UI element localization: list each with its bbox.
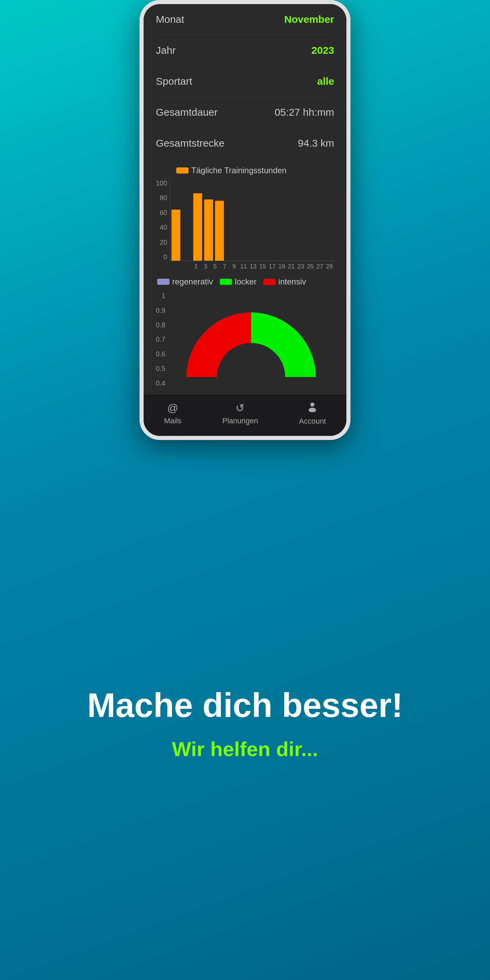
donut-chart-area [168, 292, 334, 387]
jahr-value: 2023 [311, 45, 334, 56]
donut-legend-color [263, 279, 275, 285]
sub-headline: Wir helfen dir... [172, 737, 318, 761]
x-axis-label: 5 [210, 261, 220, 270]
donut-legend-label: intensiv [278, 277, 306, 286]
sportart-label: Sportart [156, 76, 192, 87]
gesamtstrecke-label: Gesamtstrecke [156, 137, 224, 149]
x-axis-label: 17 [267, 261, 277, 270]
donut-svg [176, 295, 326, 384]
x-axis-label: 19 [277, 261, 286, 270]
gesamtdauer-row[interactable]: Gesamtdauer 05:27 hh:mm [156, 97, 334, 128]
x-axis-label: 11 [239, 261, 248, 270]
nav-item-planungen[interactable]: ↺ Planungen [222, 401, 258, 425]
jahr-row[interactable]: Jahr 2023 [156, 35, 334, 66]
gesamtstrecke-value: 94.3 km [298, 137, 334, 149]
x-axis-label: 25 [305, 261, 315, 270]
monat-row[interactable]: Monat November [156, 4, 334, 35]
donut-section: regenerativlockerintensiv 1 0.9 0.8 0.7 … [143, 274, 347, 394]
svg-rect-1 [176, 377, 326, 384]
account-icon [307, 401, 318, 415]
planungen-icon: ↺ [235, 401, 245, 414]
x-axis-label: 29 [325, 261, 334, 270]
donut-legend-color [157, 279, 169, 285]
nav-item-account[interactable]: Account [299, 401, 326, 426]
x-axis-label: 1 [191, 261, 201, 270]
gesamtdauer-label: Gesamtdauer [156, 107, 218, 118]
x-axis-label: 27 [315, 261, 325, 270]
svg-point-3 [309, 408, 316, 412]
bar-legend-item: Tägliche Trainingsstunden [176, 166, 286, 175]
bar [215, 201, 224, 261]
nav-item-mails[interactable]: @ Mails [164, 402, 181, 425]
bar-chart-area [170, 179, 334, 261]
bar-column [172, 210, 180, 261]
x-axis-label: 13 [248, 261, 258, 270]
svg-point-2 [310, 402, 314, 407]
bar-legend-color [176, 167, 189, 173]
x-axis-label: 7 [220, 261, 229, 270]
donut-legend-label: locker [235, 277, 256, 286]
donut-legend-item: intensiv [263, 277, 306, 286]
x-axis-label: 15 [258, 261, 267, 270]
bottom-nav: @ Mails ↺ Planungen Account [143, 394, 347, 436]
page-wrapper: Monat November Jahr 2023 Sportart alle G… [0, 0, 490, 980]
gesamtstrecke-row[interactable]: Gesamtstrecke 94.3 km [156, 128, 334, 159]
stats-section: Monat November Jahr 2023 Sportart alle G… [143, 4, 347, 159]
bars-wrapper [170, 179, 334, 261]
bar-x-axis: 1357911131517192123252729 [156, 261, 334, 270]
bottom-text-section: Mache dich besser! Wir helfen dir... [53, 440, 437, 980]
mail-icon: @ [167, 402, 178, 414]
phone-screen: Monat November Jahr 2023 Sportart alle G… [143, 4, 347, 436]
gesamtdauer-value: 05:27 hh:mm [275, 107, 334, 118]
x-axis-label: 9 [229, 261, 239, 270]
nav-label-planungen: Planungen [222, 417, 258, 425]
donut-legend-item: regenerativ [157, 277, 213, 286]
x-axis-label: 21 [286, 261, 296, 270]
nav-label-mails: Mails [164, 417, 181, 425]
x-axis-label: 23 [296, 261, 305, 270]
donut-legend-label: regenerativ [172, 277, 213, 286]
donut-legend-item: locker [220, 277, 256, 286]
main-headline: Mache dich besser! [87, 686, 403, 724]
bar-chart-legend: Tägliche Trainingsstunden [156, 166, 334, 175]
x-axis-label: 3 [201, 261, 210, 270]
sportart-value: alle [317, 76, 334, 87]
bar [172, 210, 180, 261]
bar-chart-section: Tägliche Trainingsstunden 100 80 60 40 2… [143, 159, 347, 274]
bar-column [193, 193, 202, 261]
bar-chart-container: 100 80 60 40 20 0 [156, 179, 334, 261]
nav-label-account: Account [299, 417, 326, 426]
donut-legend-color [220, 279, 232, 285]
jahr-label: Jahr [156, 45, 176, 56]
donut-chart-container: 1 0.9 0.8 0.7 0.6 0.5 0.4 [156, 292, 334, 387]
bar-legend-label: Tägliche Trainingsstunden [191, 166, 286, 175]
donut-y-axis: 1 0.9 0.8 0.7 0.6 0.5 0.4 [156, 292, 168, 387]
bar [204, 199, 213, 261]
bar-y-axis: 100 80 60 40 20 0 [156, 179, 170, 261]
bar-column [204, 199, 213, 261]
monat-label: Monat [156, 14, 184, 25]
bar-column [215, 201, 224, 261]
bar [193, 193, 202, 261]
sportart-row[interactable]: Sportart alle [156, 66, 334, 97]
monat-value: November [284, 14, 334, 25]
phone-mockup: Monat November Jahr 2023 Sportart alle G… [140, 0, 350, 440]
donut-legend: regenerativlockerintensiv [156, 277, 334, 286]
